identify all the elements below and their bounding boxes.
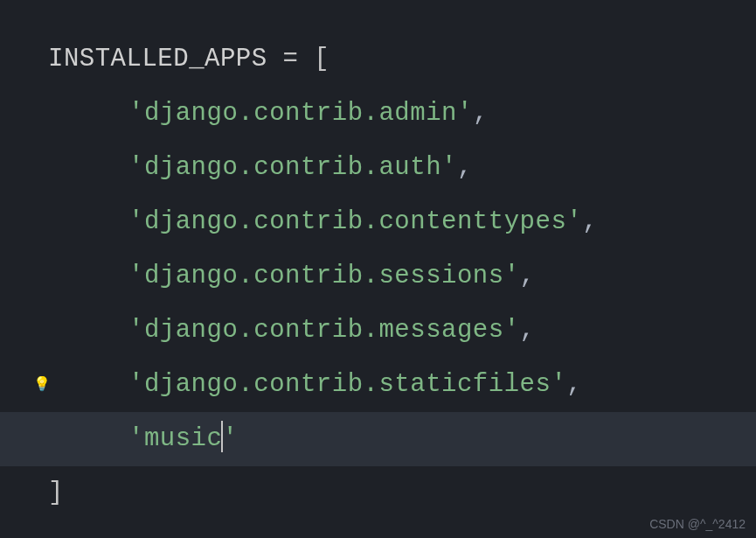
code-line-assign[interactable]: INSTALLED_APPS = [ [48,32,756,87]
code-line-item[interactable]: 'django.contrib.staticfiles', [48,358,756,412]
string-literal: 'django.contrib.messages' [128,316,520,345]
watermark: CSDN @^_^2412 [649,517,746,531]
code-line-item[interactable]: 'django.contrib.auth', [48,141,756,195]
code-line-close[interactable]: ] [48,466,756,521]
string-literal: 'django.contrib.contenttypes' [128,207,582,236]
comma: , [473,99,489,128]
comma: , [520,316,536,345]
string-literal: 'music [128,424,222,453]
string-literal: 'django.contrib.auth' [128,153,457,182]
comma: , [457,153,473,182]
string-literal: 'django.contrib.staticfiles' [128,370,566,399]
code-line-active[interactable]: 'music' [0,412,756,466]
operator-equals: = [267,45,315,73]
open-bracket: [ [314,45,329,73]
code-line-item[interactable]: 'django.contrib.messages', [48,304,756,358]
comma: , [582,207,598,236]
code-editor[interactable]: INSTALLED_APPS = [ 'django.contrib.admin… [0,0,756,521]
comma: , [520,262,536,290]
comma: , [566,370,582,399]
string-literal: ' [222,424,238,453]
code-line-item[interactable]: 'django.contrib.sessions', [48,249,756,304]
close-bracket: ] [48,479,64,507]
string-literal: 'django.contrib.admin' [128,99,473,128]
string-literal: 'django.contrib.sessions' [128,262,520,290]
code-line-item[interactable]: 'django.contrib.contenttypes', [48,195,756,249]
code-line-item[interactable]: 'django.contrib.admin', [48,87,756,141]
variable-name: INSTALLED_APPS [48,45,267,73]
